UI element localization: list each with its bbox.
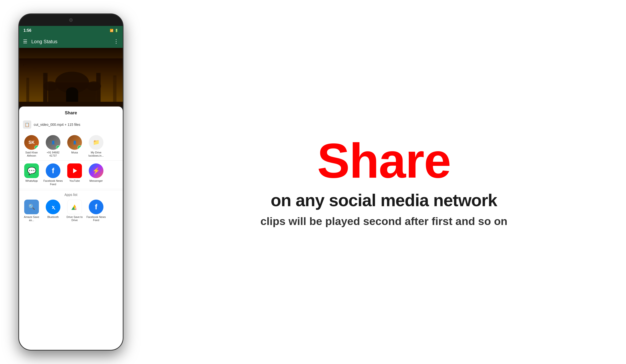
apps-list-header: Apps list xyxy=(19,190,123,198)
file-info: 📋 cut_video_000.mp4 + 115 files xyxy=(19,119,123,131)
headline-share: Share xyxy=(317,136,451,185)
svg-text:˜ ˜ ˜: ˜ ˜ ˜ xyxy=(33,68,36,69)
whatsapp-icon: 💬 xyxy=(24,164,39,178)
apps-list-row: 🔍 Amaze Save as... ⲭ Bluetooth xyxy=(19,198,123,223)
contact-mydrive[interactable]: 📁 My Drive lucidsws.in... xyxy=(86,135,106,157)
contact-name-musa: Musa xyxy=(71,151,78,154)
app-whatsapp[interactable]: 💬 WhatsApp xyxy=(22,164,41,186)
phone-top-bar xyxy=(19,14,123,26)
headline-subline: on any social media network xyxy=(271,190,497,211)
share-title: Share xyxy=(19,110,123,116)
apps-row: 💬 WhatsApp f Facebook News Feed YouTube xyxy=(19,162,123,188)
app-name-amaze: Amaze Save as... xyxy=(22,215,41,222)
svg-rect-11 xyxy=(19,102,123,106)
app-fb-news[interactable]: f Facebook News Feed xyxy=(86,199,106,222)
status-bar: 1:56 📶 🔋 xyxy=(19,26,123,35)
app-name-whatsapp: WhatsApp xyxy=(25,179,38,182)
contact-avatar-said: SK ✓ xyxy=(24,135,39,150)
contact-avatar-phone: 👤 ✓ xyxy=(46,135,60,150)
app-name-facebook: Facebook News Feed xyxy=(43,179,63,186)
contact-avatar-mydrive: 📁 xyxy=(89,135,103,150)
video-background: ✈ ˜ ˜ ˜ ˜ ˜ xyxy=(19,48,123,106)
battery-icon: 🔋 xyxy=(115,29,118,32)
fb-news-icon: f xyxy=(89,199,103,214)
drive-icon xyxy=(67,199,82,214)
app-name-youtube: YouTube xyxy=(69,179,80,182)
app-name-drive: Drive Save to Drive xyxy=(65,215,85,222)
app-toolbar: ☰ Long Status ⋮ xyxy=(19,35,123,48)
app-amaze[interactable]: 🔍 Amaze Save as... xyxy=(22,199,41,222)
mydrive-avatar-bg: 📁 xyxy=(89,135,103,150)
right-section: Share on any social media network clips … xyxy=(142,0,626,364)
toolbar-title: Long Status xyxy=(31,39,114,44)
file-name: cut_video_000.mp4 + 115 files xyxy=(34,123,80,127)
app-bluetooth[interactable]: ⲭ Bluetooth xyxy=(43,199,63,222)
app-messenger[interactable]: ⚡ Messenger xyxy=(86,164,106,186)
bluetooth-icon: ⲭ xyxy=(46,199,60,214)
share-sheet: Share 📋 cut_video_000.mp4 + 115 files SK… xyxy=(19,106,123,350)
svg-rect-8 xyxy=(96,73,101,106)
contact-phone[interactable]: 👤 ✓ +91 94682 41737 xyxy=(43,135,63,157)
messenger-icon: ⚡ xyxy=(89,164,103,178)
contact-said[interactable]: SK ✓ Said Khan Akhoon xyxy=(22,135,41,157)
yt-play-triangle xyxy=(73,168,77,173)
contacts-row: SK ✓ Said Khan Akhoon 👤 ✓ +91 94682 4173… xyxy=(19,133,123,159)
menu-icon[interactable]: ☰ xyxy=(23,39,27,44)
contact-musa[interactable]: 👤 ✓ Musa xyxy=(65,135,85,157)
app-name-fb-news: Facebook News Feed xyxy=(86,215,106,222)
signal-icon: 📶 xyxy=(110,29,114,32)
facebook-icon: f xyxy=(46,164,60,178)
phone-section: 1:56 📶 🔋 ☰ Long Status ⋮ xyxy=(0,0,142,364)
svg-text:✈ ˜ ˜: ✈ ˜ ˜ xyxy=(23,64,27,66)
camera-notch xyxy=(69,18,73,22)
contact-avatar-musa: 👤 ✓ xyxy=(67,135,82,150)
divider-2 xyxy=(19,189,123,189)
phone-device: 1:56 📶 🔋 ☰ Long Status ⋮ xyxy=(18,13,123,351)
app-drive[interactable]: Drive Save to Drive xyxy=(65,199,85,222)
svg-rect-7 xyxy=(43,73,48,106)
youtube-icon xyxy=(67,164,82,178)
contact-name-said: Said Khan Akhoon xyxy=(22,151,41,157)
app-name-messenger: Messenger xyxy=(89,179,103,182)
whatsapp-badge-said: ✓ xyxy=(35,145,39,150)
video-area: ✈ ˜ ˜ ˜ ˜ ˜ xyxy=(19,48,123,106)
status-icons: 📶 🔋 xyxy=(110,29,118,32)
divider-1 xyxy=(19,160,123,161)
more-options-icon[interactable]: ⋮ xyxy=(114,38,119,45)
app-youtube[interactable]: YouTube xyxy=(65,164,85,186)
file-copy-icon: 📋 xyxy=(23,120,31,129)
contact-name-mydrive: My Drive lucidsws.in... xyxy=(86,151,106,157)
whatsapp-badge-musa: ✓ xyxy=(78,145,82,150)
drive-svg xyxy=(71,203,79,210)
app-facebook[interactable]: f Facebook News Feed xyxy=(43,164,63,186)
mosque-scene: ✈ ˜ ˜ ˜ ˜ ˜ xyxy=(19,58,123,106)
app-name-bluetooth: Bluetooth xyxy=(47,215,59,219)
status-time: 1:56 xyxy=(23,28,31,33)
contact-name-phone: +91 94682 41737 xyxy=(43,151,63,157)
amaze-icon: 🔍 xyxy=(24,199,39,214)
headline-description: clips will be played second after first … xyxy=(260,215,508,228)
svg-point-10 xyxy=(66,87,78,97)
whatsapp-badge-phone: ✓ xyxy=(56,145,60,150)
